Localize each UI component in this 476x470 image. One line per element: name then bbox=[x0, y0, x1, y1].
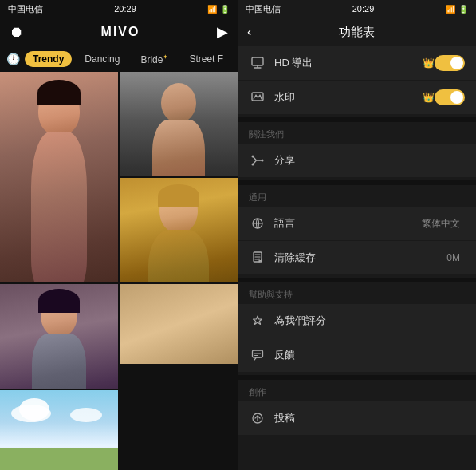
battery-icon: 🔋 bbox=[220, 5, 230, 14]
right-time: 20:29 bbox=[352, 4, 375, 14]
hd-export-label: HD 導出 bbox=[274, 56, 419, 70]
watermark-item[interactable]: 水印 👑 bbox=[238, 81, 476, 114]
language-icon bbox=[249, 215, 266, 232]
right-panel: 中国电信 20:29 📶 🔋 ‹ 功能表 HD 導出 👑 bbox=[238, 0, 476, 470]
export-group: HD 導出 👑 水印 👑 bbox=[238, 46, 476, 114]
right-signal-icon: 📶 bbox=[446, 5, 455, 14]
watermark-crown: 👑 bbox=[423, 92, 435, 103]
share-label: 分享 bbox=[274, 153, 465, 168]
feedback-label: 反饋 bbox=[274, 348, 465, 362]
record-icon[interactable]: ⏺ bbox=[10, 24, 24, 41]
export-icon bbox=[249, 54, 266, 72]
grid-cell-1[interactable] bbox=[0, 72, 118, 282]
feedback-icon bbox=[249, 346, 266, 364]
tabs-row: 🕐 Trendy Dancing Bride✦ Street F bbox=[0, 46, 238, 72]
left-time: 20:29 bbox=[114, 4, 136, 14]
hd-export-item[interactable]: HD 導出 👑 bbox=[238, 46, 476, 80]
tab-bride[interactable]: Bride✦ bbox=[132, 51, 176, 68]
svg-rect-0 bbox=[252, 57, 263, 65]
right-status-bar: 中国电信 20:29 📶 🔋 bbox=[238, 0, 476, 18]
language-value: 繁体中文 bbox=[422, 217, 460, 231]
watermark-icon bbox=[249, 89, 266, 106]
tab-street[interactable]: Street F bbox=[181, 51, 231, 67]
left-carrier: 中国电信 bbox=[8, 3, 43, 15]
help-section-label: 幫助與支持 bbox=[238, 282, 476, 304]
grid-cell-4[interactable] bbox=[0, 284, 118, 389]
create-group: 創作 投稿 bbox=[238, 380, 476, 435]
signal-icon: 📶 bbox=[207, 5, 217, 14]
left-panel: 中国电信 20:29 📶 🔋 ⏺ MIVO ▶ 🕐 Trendy Dancing… bbox=[0, 0, 238, 470]
video-icon[interactable]: ▶ bbox=[217, 23, 228, 41]
watermark-label: 水印 bbox=[274, 90, 419, 105]
help-group: 幫助與支持 為我們評分 反饋 bbox=[238, 282, 476, 372]
submit-item[interactable]: 投稿 bbox=[238, 401, 476, 435]
back-button[interactable]: ‹ bbox=[247, 25, 251, 39]
submit-icon bbox=[249, 409, 266, 427]
right-signal: 📶 🔋 bbox=[446, 5, 468, 14]
star-icon bbox=[249, 312, 266, 330]
svg-point-3 bbox=[252, 164, 254, 166]
general-group: 通用 語言 繁体中文 清除緩存 0M bbox=[238, 185, 476, 274]
svg-point-2 bbox=[262, 160, 264, 162]
rate-item[interactable]: 為我們評分 bbox=[238, 304, 476, 338]
top-bar: ⏺ MIVO ▶ bbox=[0, 18, 238, 46]
grid-cell-3[interactable] bbox=[120, 178, 238, 282]
language-label: 語言 bbox=[274, 216, 422, 231]
app-title: MIVO bbox=[101, 25, 140, 39]
svg-point-4 bbox=[252, 156, 254, 158]
clock-icon[interactable]: 🕐 bbox=[6, 53, 20, 65]
left-status-bar: 中国电信 20:29 📶 🔋 bbox=[0, 0, 238, 18]
hd-export-crown: 👑 bbox=[423, 57, 435, 69]
settings-list: HD 導出 👑 水印 👑 關注我們 分享 bbox=[238, 46, 476, 470]
grid-cell-2[interactable] bbox=[120, 72, 238, 176]
clear-cache-value: 0M bbox=[446, 252, 460, 263]
feedback-item[interactable]: 反饋 bbox=[238, 338, 476, 372]
clear-cache-label: 清除緩存 bbox=[274, 251, 446, 265]
general-section-label: 通用 bbox=[238, 185, 476, 207]
hd-export-toggle[interactable] bbox=[435, 55, 465, 71]
right-panel-title: 功能表 bbox=[339, 25, 375, 40]
share-item[interactable]: 分享 bbox=[238, 144, 476, 177]
right-battery-icon: 🔋 bbox=[458, 5, 468, 14]
grid-cell-6[interactable] bbox=[0, 390, 118, 470]
rate-label: 為我們評分 bbox=[274, 314, 465, 328]
watermark-toggle[interactable] bbox=[435, 89, 465, 105]
language-item[interactable]: 語言 繁体中文 bbox=[238, 207, 476, 240]
share-icon bbox=[249, 152, 266, 169]
clear-cache-item[interactable]: 清除緩存 0M bbox=[238, 241, 476, 274]
create-section-label: 創作 bbox=[238, 380, 476, 401]
clear-cache-icon bbox=[249, 249, 266, 267]
right-top-bar: ‹ 功能表 bbox=[238, 18, 476, 46]
follow-group: 關注我們 分享 bbox=[238, 122, 476, 177]
content-grid bbox=[0, 72, 238, 470]
tab-dancing[interactable]: Dancing bbox=[77, 51, 128, 67]
grid-cell-5[interactable] bbox=[120, 284, 238, 389]
tab-trendy[interactable]: Trendy bbox=[25, 51, 72, 67]
follow-section-label: 關注我們 bbox=[238, 122, 476, 144]
left-signal: 📶 🔋 bbox=[207, 5, 230, 14]
submit-label: 投稿 bbox=[274, 411, 465, 425]
right-carrier: 中国电信 bbox=[246, 3, 281, 15]
